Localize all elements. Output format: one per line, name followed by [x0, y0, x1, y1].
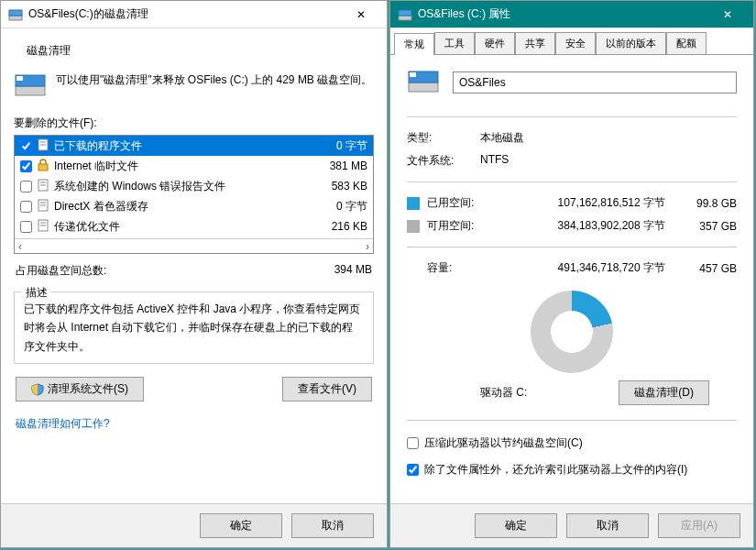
tab-6[interactable]: 配额	[666, 32, 707, 54]
description-text: 已下载的程序文件包括 ActiveX 控件和 Java 小程序，你查看特定网页时…	[24, 300, 364, 356]
filesystem-row: 文件系统: NTFS	[407, 153, 737, 169]
file-size: 0 字节	[303, 138, 367, 154]
tab-4[interactable]: 安全	[555, 32, 596, 54]
type-row: 类型: 本地磁盘	[407, 130, 737, 146]
svg-rect-22	[410, 72, 416, 77]
file-item[interactable]: 系统创建的 Windows 错误报告文件583 KB	[15, 176, 373, 196]
tab-1[interactable]: 工具	[434, 32, 475, 54]
capacity-row: 容量: 491,346,718,720 字节 457 GB	[407, 260, 737, 276]
ok-button[interactable]: 确定	[200, 513, 282, 538]
compress-checkbox[interactable]	[407, 437, 419, 449]
tab-header: 磁盘清理	[14, 34, 374, 64]
files-label: 要删除的文件(F):	[14, 116, 374, 131]
svg-rect-20	[409, 82, 438, 92]
file-item[interactable]: Internet 临时文件381 MB	[15, 156, 373, 176]
svg-rect-19	[399, 10, 411, 16]
info-row: 可以使用"磁盘清理"来释放 OSFiles (C:) 上的 429 MB 磁盘空…	[14, 72, 374, 97]
info-text: 可以使用"磁盘清理"来释放 OSFiles (C:) 上的 429 MB 磁盘空…	[56, 72, 374, 89]
shield-icon	[31, 383, 44, 396]
disk-cleanup-button[interactable]: 磁盘清理(D)	[619, 380, 709, 405]
svg-rect-1	[9, 10, 22, 16]
index-checkbox[interactable]	[407, 464, 419, 476]
file-name: DirectX 着色器缓存	[54, 199, 298, 214]
total-value: 394 MB	[334, 263, 372, 279]
svg-rect-0	[9, 16, 22, 20]
cancel-button[interactable]: 取消	[566, 513, 649, 538]
file-checkbox[interactable]	[20, 160, 32, 172]
title-text: OS&Files(C:)的磁盘清理	[28, 6, 343, 22]
file-checkbox[interactable]	[20, 140, 32, 152]
drive-name-input[interactable]	[453, 72, 737, 94]
close-button[interactable]: ✕	[709, 2, 746, 28]
file-size: 0 字节	[303, 199, 367, 214]
usage-chart: 驱动器 C: 磁盘清理(D)	[407, 291, 737, 405]
file-size: 216 KB	[303, 220, 367, 233]
divider	[407, 116, 737, 117]
scroll-hint: ‹›	[15, 238, 373, 253]
file-name: 系统创建的 Windows 错误报告文件	[54, 179, 298, 194]
title-text: OS&Files (C:) 属性	[418, 6, 709, 22]
used-swatch-icon	[407, 197, 420, 210]
tab-2[interactable]: 硬件	[475, 32, 515, 54]
cleanup-drive-icon	[14, 72, 47, 97]
svg-rect-2	[16, 86, 45, 95]
tab-3[interactable]: 共享	[515, 32, 555, 54]
used-row: 已用空间: 107,162,816,512 字节 99.8 GB	[407, 195, 737, 211]
clean-system-button[interactable]: 清理系统文件(S)	[16, 377, 144, 402]
drive-name-row	[407, 68, 737, 96]
file-checkbox[interactable]	[20, 181, 32, 192]
free-swatch-icon	[407, 220, 420, 233]
drive-icon	[398, 7, 412, 22]
free-row: 可用空间: 384,183,902,208 字节 357 GB	[407, 218, 737, 234]
files-listbox[interactable]: 已下载的程序文件0 字节Internet 临时文件381 MB系统创建的 Win…	[14, 135, 374, 254]
file-item[interactable]: 传递优化文件216 KB	[15, 216, 373, 236]
file-icon	[38, 138, 49, 154]
file-size: 381 MB	[303, 160, 367, 172]
compress-row: 压缩此驱动器以节约磁盘空间(C)	[407, 435, 737, 451]
description-group: 描述 已下载的程序文件包括 ActiveX 控件和 Java 小程序，你查看特定…	[14, 292, 374, 364]
close-button[interactable]: ✕	[343, 2, 379, 28]
file-item[interactable]: 已下载的程序文件0 字节	[15, 136, 373, 156]
svg-rect-4	[16, 76, 23, 81]
drive-letter-label: 驱动器 C:	[480, 385, 527, 401]
svg-rect-18	[399, 16, 411, 20]
help-link[interactable]: 磁盘清理如何工作?	[16, 416, 372, 432]
divider	[407, 247, 737, 248]
total-row: 占用磁盘空间总数: 394 MB	[16, 263, 372, 279]
file-name: Internet 临时文件	[54, 159, 298, 174]
file-icon	[38, 219, 49, 235]
divider	[407, 420, 737, 421]
file-icon	[38, 179, 49, 194]
svg-rect-8	[38, 164, 48, 170]
footer: 确定 取消 应用(A)	[390, 503, 753, 547]
properties-body: 类型: 本地磁盘 文件系统: NTFS 已用空间: 107,162,816,51…	[390, 55, 753, 503]
button-row: 清理系统文件(S) 查看文件(V)	[16, 377, 372, 402]
drive-icon	[8, 7, 23, 22]
footer: 确定 取消	[1, 503, 387, 547]
tab-5[interactable]: 以前的版本	[596, 32, 666, 54]
titlebar: OS&Files (C:) 属性 ✕	[390, 1, 753, 28]
file-name: 传递优化文件	[54, 219, 298, 235]
content: 磁盘清理 可以使用"磁盘清理"来释放 OSFiles (C:) 上的 429 M…	[1, 28, 387, 503]
file-size: 583 KB	[303, 180, 367, 192]
apply-button[interactable]: 应用(A)	[658, 513, 740, 538]
lock-icon	[38, 159, 49, 174]
donut-icon	[531, 291, 613, 373]
view-files-button[interactable]: 查看文件(V)	[282, 377, 372, 402]
file-checkbox[interactable]	[20, 201, 32, 213]
divider	[407, 182, 737, 182]
titlebar: OS&Files(C:)的磁盘清理 ✕	[1, 1, 387, 28]
tab-0[interactable]: 常规	[394, 33, 434, 55]
cancel-button[interactable]: 取消	[291, 513, 374, 538]
tab-strip: 常规工具硬件共享安全以前的版本配额	[390, 28, 753, 55]
index-row: 除了文件属性外，还允许索引此驱动器上文件的内容(I)	[407, 462, 737, 478]
ok-button[interactable]: 确定	[475, 513, 557, 538]
file-icon	[38, 199, 49, 214]
file-item[interactable]: DirectX 着色器缓存0 字节	[15, 196, 373, 216]
file-name: 已下载的程序文件	[54, 138, 298, 154]
disk-cleanup-dialog: OS&Files(C:)的磁盘清理 ✕ 磁盘清理 可以使用"磁盘清理"来释放 O…	[0, 0, 388, 548]
description-legend: 描述	[22, 285, 51, 301]
total-label: 占用磁盘空间总数:	[16, 263, 106, 279]
file-checkbox[interactable]	[20, 221, 32, 233]
drive-properties-dialog: OS&Files (C:) 属性 ✕ 常规工具硬件共享安全以前的版本配额 类型:…	[389, 0, 754, 548]
